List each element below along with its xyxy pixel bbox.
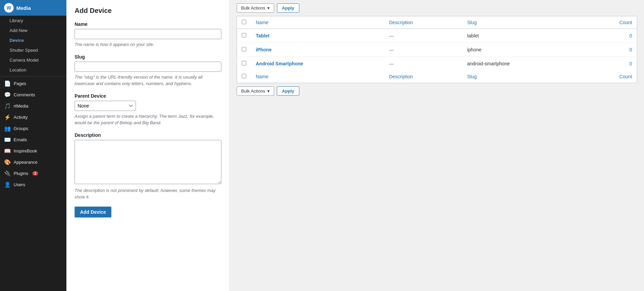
row-count-cell: 0	[584, 43, 637, 57]
bottom-apply-button[interactable]: Apply	[277, 86, 299, 96]
bulk-actions-chevron-icon-bottom: ▾	[267, 88, 270, 94]
page-title: Add Device	[75, 7, 221, 15]
sidebar-logo[interactable]: W Media	[0, 0, 66, 16]
sidebar-item-label: Add New	[10, 28, 28, 33]
table-panel: Bulk Actions ▾ Apply Name Description	[230, 0, 644, 291]
sidebar-item-device[interactable]: Device	[0, 35, 66, 45]
sidebar-item-library[interactable]: Library	[0, 16, 66, 26]
sidebar-item-camera-model[interactable]: Camera Model	[0, 55, 66, 65]
device-name-link[interactable]: iPhone	[256, 47, 272, 52]
row-checkbox[interactable]	[242, 47, 246, 51]
sidebar-item-activity[interactable]: ⚡ Activity	[0, 112, 66, 123]
sidebar-item-label: InspireBook	[14, 148, 37, 153]
parent-device-select[interactable]: None	[75, 101, 136, 111]
sidebar-item-shutter-speed[interactable]: Shutter Speed	[0, 45, 66, 55]
devices-table: Name Description Slug Count	[237, 16, 637, 83]
sidebar-item-label: Activity	[14, 115, 28, 120]
name-form-group: Name The name is how it appears on your …	[75, 21, 221, 48]
slug-label: Slug	[75, 54, 221, 60]
sidebar-item-comments[interactable]: 💬 Comments	[0, 89, 66, 100]
inspirebook-icon: 📖	[4, 148, 11, 154]
top-toolbar: Bulk Actions ▾ Apply	[237, 0, 637, 16]
parent-device-hint: Assign a parent term to create a hierarc…	[75, 113, 221, 126]
parent-device-form-group: Parent Device None Assign a parent term …	[75, 93, 221, 126]
sidebar-item-location[interactable]: Location	[0, 65, 66, 75]
sidebar-item-add-new[interactable]: Add New	[0, 26, 66, 35]
wordpress-logo-icon: W	[4, 3, 14, 13]
sidebar-item-groups[interactable]: 👥 Groups	[0, 123, 66, 134]
row-description: —	[389, 61, 394, 66]
row-checkbox[interactable]	[242, 61, 246, 65]
th-description: Description	[384, 16, 462, 29]
th-count: Count	[584, 16, 637, 29]
description-form-group: Description The description is not promi…	[75, 132, 221, 200]
row-slug: tablet	[467, 33, 479, 38]
appearance-icon: 🎨	[4, 159, 11, 165]
description-textarea[interactable]	[75, 140, 221, 184]
plugins-icon: 🔌	[4, 170, 11, 177]
name-input[interactable]	[75, 29, 221, 39]
row-slug-cell: tablet	[462, 29, 585, 43]
sidebar-item-emails[interactable]: ✉️ Emails	[0, 134, 66, 145]
row-checkbox[interactable]	[242, 33, 246, 37]
row-description-cell: —	[384, 57, 462, 71]
sidebar-item-plugins[interactable]: 🔌 Plugins 2	[0, 168, 66, 179]
table-row: Android Smartphone — android-smartphone …	[237, 57, 637, 71]
name-label: Name	[75, 21, 221, 27]
row-name-cell: Android Smartphone	[251, 57, 384, 71]
add-device-button[interactable]: Add Device	[75, 207, 111, 217]
select-all-checkbox[interactable]	[242, 20, 246, 24]
top-bulk-actions-label: Bulk Actions	[241, 5, 265, 11]
device-name-link[interactable]: Tablet	[256, 33, 269, 38]
sidebar-item-pages[interactable]: 📄 Pages	[0, 78, 66, 89]
sidebar-item-rtmedia[interactable]: 🎵 rtMedia	[0, 100, 66, 112]
slug-form-group: Slug The "slug" is the URL-friendly vers…	[75, 54, 221, 87]
comments-icon: 💬	[4, 92, 11, 98]
th-footer-slug: Slug	[462, 70, 585, 83]
row-checkbox-cell	[237, 43, 251, 57]
table-header-row: Name Description Slug Count	[237, 16, 637, 29]
description-hint: The description is not prominent by defa…	[75, 187, 221, 200]
th-footer-checkbox	[237, 70, 251, 83]
row-slug: android-smartphone	[467, 61, 510, 66]
bottom-bulk-actions-button[interactable]: Bulk Actions ▾	[237, 86, 274, 96]
top-bulk-actions-button[interactable]: Bulk Actions ▾	[237, 3, 274, 13]
th-footer-description: Description	[384, 70, 462, 83]
slug-input[interactable]	[75, 62, 221, 72]
bulk-actions-chevron-icon: ▾	[267, 5, 270, 11]
table-row: iPhone — iphone 0	[237, 43, 637, 57]
sidebar: W Media Library Add New Device Shutter S…	[0, 0, 66, 291]
sidebar-item-label: Appearance	[14, 160, 37, 165]
th-name: Name	[251, 16, 384, 29]
name-hint: The name is how it appears on your site.	[75, 41, 221, 48]
th-footer-count: Count	[584, 70, 637, 83]
row-checkbox-cell	[237, 57, 251, 71]
sidebar-item-label: Plugins	[14, 171, 28, 176]
row-description-cell: —	[384, 43, 462, 57]
groups-icon: 👥	[4, 125, 11, 132]
row-description-cell: —	[384, 29, 462, 43]
emails-icon: ✉️	[4, 136, 11, 143]
select-all-footer-checkbox[interactable]	[242, 74, 246, 78]
row-slug-cell: iphone	[462, 43, 585, 57]
sidebar-item-appearance[interactable]: 🎨 Appearance	[0, 157, 66, 168]
row-count: 0	[629, 47, 632, 52]
activity-icon: ⚡	[4, 114, 11, 120]
row-description: —	[389, 33, 394, 38]
sidebar-item-label: Shutter Speed	[10, 48, 38, 53]
sidebar-item-label: Camera Model	[10, 58, 38, 63]
pages-icon: 📄	[4, 80, 11, 87]
device-name-link[interactable]: Android Smartphone	[256, 61, 303, 66]
row-count-cell: 0	[584, 29, 637, 43]
sidebar-item-label: Emails	[14, 137, 27, 142]
sidebar-item-inspirebook[interactable]: 📖 InspireBook	[0, 145, 66, 157]
sidebar-item-label: Library	[10, 18, 23, 23]
users-icon: 👤	[4, 181, 11, 188]
top-apply-button[interactable]: Apply	[277, 3, 299, 13]
sidebar-item-label: Users	[14, 182, 25, 187]
sidebar-item-label: Device	[10, 38, 24, 43]
main-content: Add Device Name The name is how it appea…	[66, 0, 644, 291]
sidebar-item-label: Comments	[14, 92, 35, 97]
sidebar-item-users[interactable]: 👤 Users	[0, 179, 66, 190]
description-label: Description	[75, 132, 221, 138]
